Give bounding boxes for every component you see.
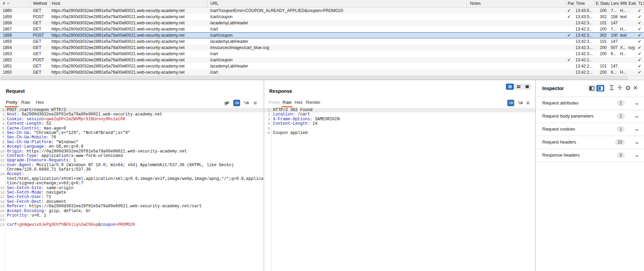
table-row[interactable]: 1855GEThttps://0a2900d3032ee28f81e5a79a0… (0, 38, 644, 45)
line-number: 11 (0, 154, 4, 158)
layout-columns-button[interactable] (506, 84, 514, 90)
tab-hex[interactable]: Hex (36, 99, 44, 107)
chevron-down-icon[interactable] (634, 153, 639, 159)
cell-length: 6... (609, 51, 619, 57)
section-label: Request attributes (542, 97, 579, 110)
cell-mime (619, 63, 627, 69)
column-header-method[interactable]: Method (30, 0, 50, 8)
inspector-header-icons: ⚙ (588, 85, 638, 92)
newline-icon[interactable]: \n (243, 100, 250, 106)
table-row[interactable]: 1851GEThttps://0a2900d3032ee28f81e5a79a0… (0, 63, 644, 69)
line-text: Location: /cart (273, 112, 310, 117)
inspector-section-response-headers[interactable]: Response headers3 (536, 149, 644, 162)
line-text: Accept-Language: en-US,en;q=0.9 (7, 145, 83, 149)
section-label: Response headers (542, 149, 580, 162)
tab-pretty[interactable]: Pretty (6, 99, 17, 107)
column-header-time[interactable]: Time (574, 0, 594, 8)
cell-ed (594, 63, 599, 69)
inspector-section-request-cookies[interactable]: Request cookies1 (536, 123, 644, 136)
chevron-down-icon[interactable] (634, 114, 639, 120)
settings-gear-icon[interactable]: ⚙ (625, 85, 631, 91)
column-header-length[interactable]: Leng (609, 0, 619, 8)
column-header-url[interactable]: URL (207, 0, 467, 8)
table-row[interactable]: 1856POSThttps://0a2900d3032ee28f81e5a79a… (0, 32, 644, 38)
line-number: 1 (0, 108, 4, 112)
column-header-status[interactable]: Statu (599, 0, 609, 8)
line-text: User-Agent: Mozilla/5.0 (Windows NT 10.0… (7, 163, 234, 168)
soft-wrap-icon[interactable] (507, 100, 514, 106)
checkmark-icon: ✓ (638, 58, 641, 62)
editor-line: 21Priority: u=0, i (0, 213, 264, 218)
soft-wrap-icon[interactable] (233, 100, 240, 106)
editor-line: 6Sec-Ch-Ua: "Chromium";v="129", "Not=A?B… (0, 131, 264, 135)
line-number: 1 (264, 108, 270, 112)
table-row[interactable]: 1860GEThttps://0a2900d3032ee28f81e5a79a0… (0, 8, 644, 14)
cell-notes (467, 26, 565, 32)
tab-render[interactable]: Render (306, 99, 321, 107)
layout-single-button[interactable] (523, 84, 531, 90)
tab-pretty[interactable]: Pretty (269, 99, 280, 107)
table-row[interactable]: 1853GEThttps://0a2900d3032ee28f81e5a79a0… (0, 51, 644, 57)
inspector-section-request-attributes[interactable]: Request attributes2 (536, 97, 644, 110)
cell-tls: ✓ (636, 26, 644, 32)
editor-line: 4Content-Length: 52 (0, 122, 264, 126)
line-text: Cookie: session=qwe2qOPnImZWVMpr9IBUnsny… (7, 117, 125, 122)
inspector-section-request-headers[interactable]: Request headers23 (536, 136, 644, 149)
table-horizontal-scrollbar[interactable] (0, 75, 644, 80)
line-text: Accept: (7, 172, 24, 176)
column-header-num[interactable]: # (0, 0, 30, 8)
editor-menu-icon[interactable]: ≡ (252, 100, 259, 106)
column-header-notes[interactable]: Notes (467, 0, 565, 8)
table-row[interactable]: 1858GEThttps://0a2900d3032ee28f81e5a79a0… (0, 20, 644, 26)
table-row[interactable]: 1859POSThttps://0a2900d3032ee28f81e5a79a… (0, 14, 644, 20)
cell-tls: ✓ (636, 51, 644, 57)
scrollbar-thumb[interactable] (1, 76, 628, 80)
column-header-para[interactable]: Para (565, 0, 574, 8)
column-header-host[interactable]: Host (50, 0, 207, 8)
cell-url: /cart (207, 26, 467, 32)
cell-notes (467, 32, 565, 38)
table-row[interactable]: 1850GEThttps://0a2900d3032ee28f81e5a79a0… (0, 69, 644, 75)
inspector-section-request-body-parameters[interactable]: Request body parameters2 (536, 110, 644, 123)
eye-off-icon[interactable] (223, 100, 230, 106)
cell-method: GET (30, 26, 50, 32)
panel-left-icon[interactable] (588, 85, 596, 91)
cell-method: GET (30, 8, 50, 14)
chevron-down-icon[interactable] (634, 140, 639, 146)
cell-tls: ✓ (636, 8, 644, 14)
table-row[interactable]: 1852POSThttps://0a2900d3032ee28f81e5a79a… (0, 57, 644, 63)
tab-raw[interactable]: Raw (283, 99, 292, 107)
cell-time: 13:42:2... (574, 57, 594, 63)
close-glyph (633, 85, 638, 90)
cell-host: https://0a2900d3032ee28f81e5a79a00e80021… (50, 26, 207, 32)
cell-ed (594, 38, 599, 45)
cell-length: 147 (609, 20, 619, 26)
chevron-down-icon[interactable] (634, 101, 639, 107)
editor-line: 3X-Frame-Options: SAMEORIGIN (264, 117, 535, 122)
editor-menu-icon[interactable]: ≡ (524, 100, 531, 106)
checkmark-icon: ✓ (567, 14, 571, 19)
panel-right-icon[interactable] (596, 85, 604, 91)
table-row[interactable]: 1857GEThttps://0a2900d3032ee28f81e5a79a0… (0, 26, 644, 32)
column-header-ext[interactable]: Exte (627, 0, 636, 8)
close-icon[interactable] (633, 85, 638, 91)
collapse-all-icon[interactable] (617, 85, 623, 92)
line-text: Sec-Ch-Ua-Platform: "Windows" (7, 140, 78, 145)
line-number: 6 (0, 131, 4, 135)
table-row[interactable]: 1854GEThttps://0a2900d3032ee28f81e5a79a0… (0, 45, 644, 51)
layout-stacked-button[interactable] (515, 84, 522, 90)
cell-num: 1854 (0, 45, 30, 51)
tab-hex[interactable]: Hex (295, 99, 302, 107)
response-editor[interactable]: 1HTTP/2 302 Found2Location: /cart3X-Fram… (264, 108, 535, 271)
column-header-mime[interactable]: MIM (619, 0, 627, 8)
expand-all-icon[interactable] (609, 85, 615, 92)
newline-icon[interactable]: \n (517, 100, 524, 106)
cell-mime: H... (619, 69, 627, 75)
inspector-panel: Inspector (536, 80, 644, 271)
tab-raw[interactable]: Raw (21, 99, 30, 107)
cell-url: /academyLabHeader (207, 63, 467, 69)
column-header-ed[interactable]: Ed (594, 0, 599, 8)
chevron-down-icon[interactable] (634, 127, 639, 133)
request-editor[interactable]: 1POST /cart/coupon HTTP/22Host: 0a2900d3… (0, 108, 264, 271)
column-header-tls[interactable]: TLS (636, 0, 644, 8)
